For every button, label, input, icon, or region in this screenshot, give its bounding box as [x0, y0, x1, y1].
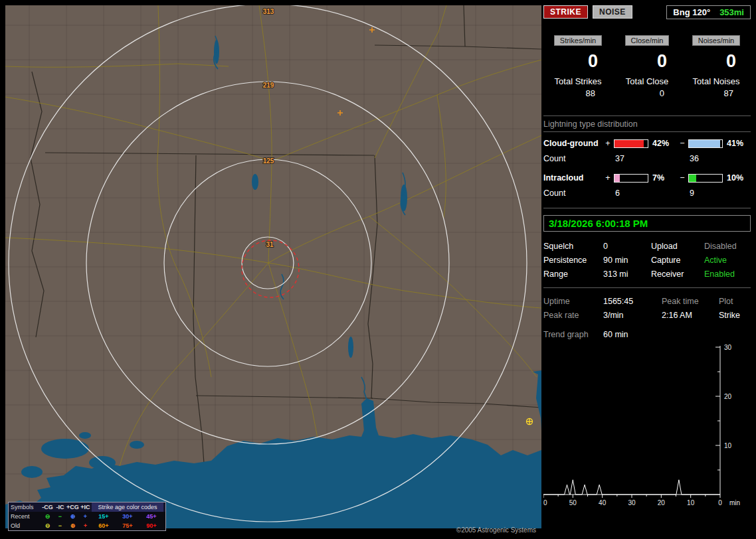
trend-graph: 1020306050403020100min: [543, 342, 751, 512]
status-grid: Squelch 0 Upload Disabled Persistence 90…: [543, 242, 751, 279]
range-label: Range: [543, 270, 603, 279]
svg-text:30: 30: [724, 344, 732, 351]
neg-ic-recent-icon: −: [54, 512, 66, 521]
pos-ic-recent-icon: +: [79, 512, 92, 521]
legend-old-row: Old ⊖ − ⊕ + 60+ 75+ 90+: [9, 521, 165, 530]
total-strikes-label: Total Strikes: [543, 76, 613, 86]
close-per-min-chip: Close/min: [625, 35, 670, 46]
cg-positive-bar: [614, 139, 648, 148]
svg-text:50: 50: [569, 499, 577, 506]
ic-negative-bar-fill: [689, 175, 696, 182]
legend-symbols-header: Symbols: [11, 502, 41, 512]
legend-recent-row: Recent ⊖ − ⊕ + 15+ 30+ 45+: [9, 512, 165, 521]
totals-labels-row: Total Strikes Total Close Total Noises: [543, 76, 751, 86]
panel-header: STRIKE NOISE Bng 120° 353mi: [543, 5, 751, 19]
capture-label: Capture: [651, 256, 704, 265]
svg-text:30: 30: [628, 499, 636, 506]
ring-label-219: 219: [263, 82, 274, 89]
minus-sign: −: [678, 139, 687, 148]
rate-chips-row: Strikes/min Close/min Noises/min: [543, 35, 751, 46]
ic-positive-bar: [614, 174, 648, 183]
divider: [543, 131, 751, 132]
noise-mode-button[interactable]: NOISE: [593, 5, 632, 19]
lake: [79, 432, 91, 439]
intracloud-label: Intracloud: [543, 173, 602, 183]
age-75: 75+: [116, 521, 140, 530]
age-90: 90+: [140, 521, 163, 530]
ic-positive-count: 6: [614, 189, 648, 198]
noises-per-min-chip: Noises/min: [692, 35, 740, 46]
bearing-readout: Bng 120° 353mi: [666, 5, 751, 19]
svg-text:10: 10: [687, 499, 695, 506]
capture-status: Active: [704, 256, 751, 265]
age-30: 30+: [116, 512, 140, 521]
total-noises-label: Total Noises: [682, 76, 751, 86]
ring-label-31: 31: [266, 241, 274, 248]
receiver-status: Enabled: [704, 270, 751, 279]
lake: [41, 439, 89, 459]
age-60: 60+: [92, 521, 116, 530]
count-label: Count: [543, 154, 602, 163]
total-close-value: 0: [613, 88, 682, 98]
pos-ic-old-icon: +: [79, 521, 92, 530]
rate-values-row: 0 0 0: [543, 51, 751, 71]
uptime-value: 1565:45: [603, 297, 662, 306]
lake: [21, 466, 43, 478]
cloud-ground-row: Cloud-ground + 42% − 41%: [543, 139, 751, 148]
map-legend: Symbols -CG -IC +CG +IC Strike age color…: [8, 502, 166, 531]
svg-text:min: min: [729, 499, 740, 506]
legend-old-label: Old: [11, 521, 41, 530]
peak-time-label: Peak time: [662, 297, 719, 306]
divider: [543, 208, 751, 208]
totals-values-row: 88 0 87: [543, 88, 751, 98]
minus-sign: −: [678, 173, 687, 183]
ic-negative-pct: 10%: [724, 173, 751, 183]
cloud-ground-count-row: Count 37 36: [543, 154, 751, 163]
ic-negative-count: 9: [688, 189, 723, 198]
lake: [214, 40, 219, 64]
trend-graph-label: Trend graph: [543, 330, 603, 339]
count-label: Count: [543, 189, 602, 198]
neg-cg-old-icon: ⊖: [41, 521, 54, 530]
legend-type-neg-cg: -CG: [41, 502, 54, 512]
bearing-range-value: 353mi: [719, 7, 744, 17]
datetime-display: 3/18/2026 6:00:18 PM: [543, 215, 751, 232]
plus-sign: +: [603, 173, 613, 183]
upload-label: Upload: [651, 242, 704, 251]
range-value: 313 mi: [603, 270, 651, 279]
plot-label: Plot: [719, 297, 751, 306]
peak-rate-value: 3/min: [603, 311, 662, 320]
strikes-per-min-chip: Strikes/min: [554, 35, 602, 46]
total-strikes-value: 88: [543, 88, 613, 98]
ring-label-313: 313: [263, 8, 274, 15]
ic-positive-bar-fill: [614, 175, 620, 182]
squelch-label: Squelch: [543, 242, 603, 251]
plus-sign: +: [603, 139, 613, 148]
cg-negative-pct: 41%: [724, 139, 751, 148]
age-15: 15+: [92, 512, 116, 521]
uptime-label: Uptime: [543, 297, 603, 306]
control-panel: STRIKE NOISE Bng 120° 353mi Strikes/min …: [543, 5, 751, 536]
legend-recent-label: Recent: [11, 512, 41, 521]
trend-graph-row: Trend graph 60 min: [543, 330, 751, 339]
stats-grid: Uptime 1565:45 Peak time Plot Peak rate …: [543, 297, 751, 320]
cg-negative-count: 36: [688, 154, 723, 163]
strike-mode-button[interactable]: STRIKE: [543, 5, 588, 19]
age-45: 45+: [140, 512, 163, 521]
lake: [348, 337, 353, 358]
cg-negative-bar: [688, 139, 723, 148]
total-noises-value: 87: [682, 88, 751, 98]
legend-header-row: Symbols -CG -IC +CG +IC Strike age color…: [9, 502, 165, 512]
neg-ic-old-icon: −: [54, 521, 66, 530]
persistence-label: Persistence: [543, 256, 603, 265]
peak-rate-label: Peak rate: [543, 311, 603, 320]
ic-positive-pct: 7%: [650, 173, 676, 183]
total-close-label: Total Close: [613, 76, 682, 86]
legend-age-header: Strike age color codes: [92, 502, 163, 512]
pos-cg-recent-icon: ⊕: [66, 512, 79, 521]
upload-status: Disabled: [704, 242, 751, 251]
lake: [130, 441, 144, 449]
lightning-map[interactable]: 313 219 125 31: [5, 5, 541, 528]
strikes-per-min-value: 0: [543, 51, 613, 71]
close-per-min-value: 0: [613, 51, 682, 71]
